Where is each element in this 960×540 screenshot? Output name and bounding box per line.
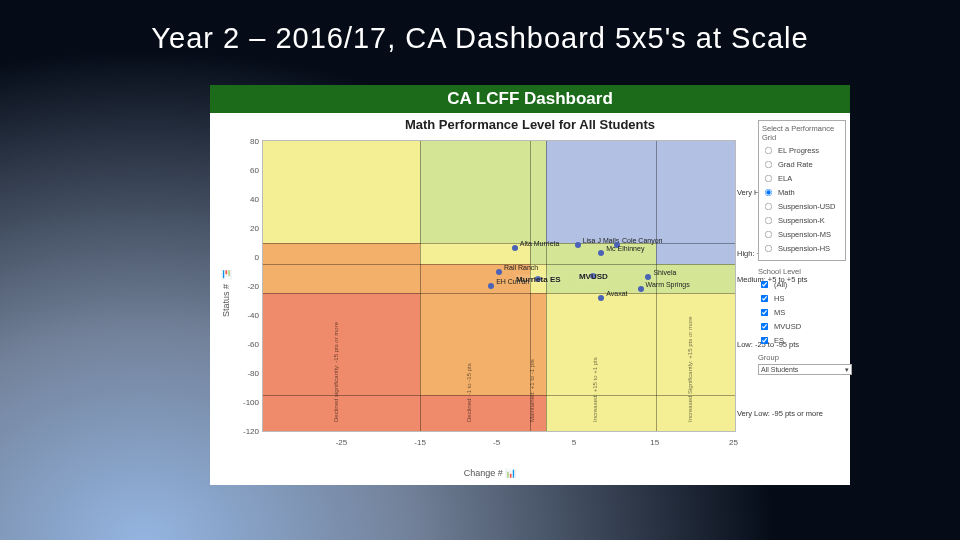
y-tick: -60 bbox=[239, 340, 259, 349]
perf-grid-option[interactable]: EL Progress bbox=[762, 144, 842, 157]
grid-cell bbox=[546, 141, 656, 243]
school-level-option[interactable]: MVUSD bbox=[758, 320, 846, 333]
perf-grid-option[interactable]: ELA bbox=[762, 172, 842, 185]
scatter-plot: -120-100-80-60-40-20020406080-25-15-5515… bbox=[262, 140, 736, 432]
group-box: Group All Students▾ bbox=[758, 353, 846, 375]
perf-grid-option[interactable]: Suspension-K bbox=[762, 214, 842, 227]
y-tick: -100 bbox=[239, 398, 259, 407]
controls-column: Select a Performance Grid EL ProgressGra… bbox=[758, 120, 846, 375]
grid-cell bbox=[656, 264, 735, 293]
grid-cell bbox=[420, 264, 530, 293]
school-level-title: School Level bbox=[758, 267, 846, 276]
dashboard-panel: CA LCFF Dashboard Math Performance Level… bbox=[210, 85, 850, 485]
x-tick: 15 bbox=[650, 438, 659, 447]
performance-grid-box: Select a Performance Grid EL ProgressGra… bbox=[758, 120, 846, 261]
school-level-box: School Level (All)HSMSMVUSDES bbox=[758, 267, 846, 347]
y-tick: 80 bbox=[239, 137, 259, 146]
perf-grid-option[interactable]: Suspension-MS bbox=[762, 228, 842, 241]
chart-subtitle: Math Performance Level for All Students bbox=[210, 117, 850, 132]
y-tick: -40 bbox=[239, 311, 259, 320]
data-point-label: Murrieta ES bbox=[516, 274, 560, 283]
data-point[interactable] bbox=[645, 274, 651, 280]
y-tick: 40 bbox=[239, 195, 259, 204]
data-point[interactable] bbox=[575, 242, 581, 248]
grid-cell bbox=[420, 395, 530, 431]
col-label: Maintained: +1 to -1 pts bbox=[529, 359, 535, 422]
y-tick: 0 bbox=[239, 253, 259, 262]
perf-grid-option[interactable]: Suspension-HS bbox=[762, 242, 842, 255]
grid-cell bbox=[530, 141, 546, 243]
x-tick: -15 bbox=[414, 438, 426, 447]
data-point[interactable] bbox=[614, 242, 620, 248]
dashboard-banner: CA LCFF Dashboard bbox=[210, 85, 850, 113]
col-label: Increased: +15 to +1 pts bbox=[592, 358, 598, 423]
school-level-option[interactable]: (All) bbox=[758, 278, 846, 291]
data-point[interactable] bbox=[512, 245, 518, 251]
row-label: Very Low: -95 pts or more bbox=[737, 409, 833, 418]
y-tick: -20 bbox=[239, 282, 259, 291]
grid-cell bbox=[656, 395, 735, 431]
x-tick: -5 bbox=[493, 438, 500, 447]
grid-cell bbox=[263, 264, 420, 293]
school-level-option[interactable]: ES bbox=[758, 334, 846, 347]
col-label: Increased Significantly: +15 pts or more bbox=[687, 317, 693, 423]
data-point-label: MVUSD bbox=[579, 271, 608, 280]
grid-cell bbox=[656, 293, 735, 395]
data-point[interactable] bbox=[496, 269, 502, 275]
grid-cell bbox=[263, 243, 420, 265]
grid-cell bbox=[546, 293, 656, 395]
x-tick: 25 bbox=[729, 438, 738, 447]
y-axis-label: Status # 📊 bbox=[214, 134, 238, 454]
col-label: Declined significantly: -15 pts or more bbox=[333, 322, 339, 422]
grid-cell bbox=[263, 141, 420, 243]
data-point[interactable] bbox=[488, 283, 494, 289]
school-level-option[interactable]: HS bbox=[758, 292, 846, 305]
y-tick: -80 bbox=[239, 369, 259, 378]
group-title: Group bbox=[758, 353, 846, 362]
x-tick: -25 bbox=[336, 438, 348, 447]
grid-cell bbox=[420, 293, 530, 395]
grid-cell bbox=[656, 243, 735, 265]
grid-cell bbox=[530, 243, 546, 265]
perf-grid-option[interactable]: Grad Rate bbox=[762, 158, 842, 171]
school-level-option[interactable]: MS bbox=[758, 306, 846, 319]
x-axis-label: Change # 📊 bbox=[240, 468, 740, 478]
data-point[interactable] bbox=[598, 250, 604, 256]
grid-cell bbox=[263, 395, 420, 431]
plot-area: Status # 📊 Change # 📊 -120-100-80-60-40-… bbox=[240, 134, 740, 454]
y-tick: -120 bbox=[239, 427, 259, 436]
col-label: Declined: -1 to -15 pts bbox=[466, 364, 472, 423]
perf-grid-option[interactable]: Suspension-USD bbox=[762, 200, 842, 213]
group-select[interactable]: All Students▾ bbox=[758, 364, 852, 375]
grid-cell bbox=[420, 141, 530, 243]
grid-cell bbox=[656, 141, 735, 243]
perf-grid-option[interactable]: Math bbox=[762, 186, 842, 199]
grid-cell bbox=[263, 293, 420, 395]
data-point[interactable] bbox=[638, 286, 644, 292]
slide-title: Year 2 – 2016/17, CA Dashboard 5x5's at … bbox=[0, 22, 960, 55]
performance-grid-title: Select a Performance Grid bbox=[762, 124, 842, 142]
y-tick: 60 bbox=[239, 166, 259, 175]
data-point[interactable] bbox=[598, 295, 604, 301]
y-tick: 20 bbox=[239, 224, 259, 233]
x-tick: 5 bbox=[572, 438, 576, 447]
grid-cell bbox=[546, 395, 656, 431]
